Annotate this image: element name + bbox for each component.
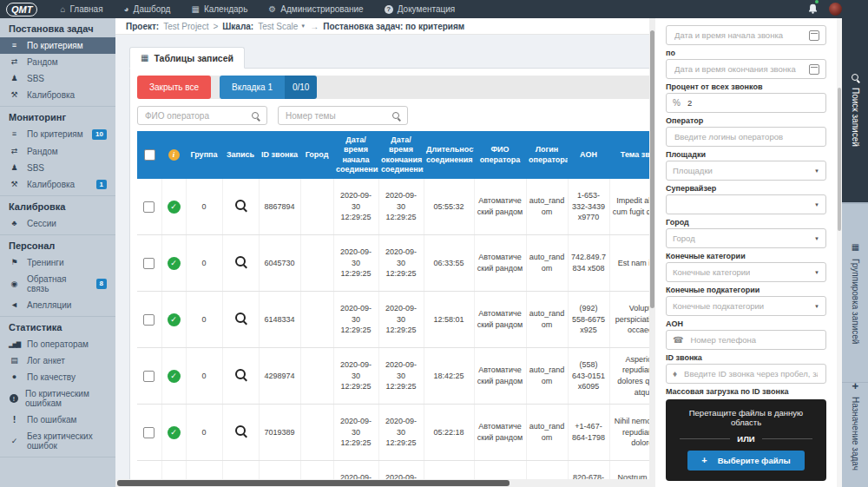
sidebar-item[interactable]: По критическим ошибкам (0, 385, 115, 411)
sidebar-item[interactable]: Без критических ошибок (0, 428, 115, 454)
sidebar-item[interactable]: По операторам (0, 336, 115, 352)
navbar-item-label: Администрирование (280, 4, 363, 14)
sidebar-item[interactable]: Лог анкет (0, 352, 115, 369)
record-cell (222, 405, 259, 461)
table-row: ✓ 0 8867894 2020-09-30 12:29:25 2020-09-… (137, 179, 649, 235)
navbar-item[interactable]: Администрирование (258, 0, 373, 18)
tab-assign-tasks[interactable]: + Назначение задач (842, 383, 868, 470)
operator-logins-input[interactable] (673, 131, 819, 142)
date-from-input[interactable] (673, 30, 804, 41)
avatar[interactable] (829, 3, 842, 16)
topic-search-input[interactable] (278, 106, 408, 125)
date-to-input[interactable] (673, 63, 804, 75)
navbar-item[interactable]: Документация (374, 0, 466, 18)
sites-select[interactable]: Площадки ▼ (666, 161, 826, 181)
supervisor-label: Супервайзер (666, 184, 826, 193)
tab-search-records[interactable]: Поиск записей (842, 18, 868, 202)
calendar-icon[interactable] (809, 30, 819, 41)
sidebar-item[interactable]: По качеству (0, 369, 115, 385)
row-select-cell (137, 179, 161, 235)
sidebar-item-icon (9, 181, 20, 188)
sidebar-item[interactable]: Апелляции (0, 297, 115, 313)
start-datetime-cell: 2020-09-30 12:29:25 (333, 348, 378, 405)
horizontal-scrollbar-thumb[interactable] (117, 480, 510, 486)
chevron-down-icon: ▼ (814, 168, 819, 174)
open-record-icon[interactable] (235, 256, 246, 267)
call-id-cell: 4298974 (259, 348, 300, 405)
final-categories-select[interactable]: Конечные категории ▼ (666, 262, 826, 282)
navbar-item[interactable]: Календарь (181, 0, 258, 18)
final-categories-label: Конечные категории (666, 252, 826, 260)
sidebar-item[interactable]: SBS (0, 70, 115, 87)
row-checkbox[interactable] (143, 371, 155, 382)
tab-record-tables[interactable]: ▦ Таблицы записей (129, 47, 245, 69)
open-record-icon[interactable] (235, 313, 246, 323)
sidebar-item[interactable]: По критериям (0, 37, 115, 54)
select-all-checkbox[interactable] (144, 149, 155, 161)
info-icon: i (168, 149, 180, 161)
aon-cell: +1-467-864-1798 (568, 405, 609, 461)
sidebar-item[interactable]: По критериям 10 (0, 126, 115, 143)
sidebar-item[interactable]: Калибровка (0, 87, 115, 103)
topic-search (278, 106, 408, 125)
duration-cell: 05:55:32 (424, 179, 474, 235)
select-all-header (137, 131, 161, 179)
qmt-logo[interactable]: QMT (6, 3, 37, 16)
file-dropzone[interactable]: Перетащите файлы в данную область ИЛИ + … (666, 399, 826, 481)
percent-input[interactable] (686, 97, 819, 109)
sidebar-item-icon (9, 130, 20, 138)
breadcrumb-scale-dropdown[interactable]: Test Scale ▼ (258, 22, 306, 31)
date-from-field (666, 25, 826, 45)
sidebar-item[interactable]: Калибровка 1 (0, 176, 115, 194)
city-select[interactable]: Город ▼ (666, 228, 826, 248)
sidebar-item[interactable]: Тренинги (0, 254, 115, 271)
row-checkbox[interactable] (143, 258, 155, 269)
operator-search-input[interactable] (137, 106, 267, 125)
horizontal-scrollbar (115, 479, 649, 487)
chevron-down-icon: ▼ (814, 236, 819, 241)
navbar-item[interactable]: Главная (49, 0, 113, 18)
close-all-button[interactable]: Закрыть все (137, 76, 211, 99)
column-header: Тема звонка (609, 131, 649, 179)
open-record-icon[interactable] (235, 425, 246, 436)
dropzone-text: Перетащите файлы в данную область (674, 408, 818, 427)
navbar-item[interactable]: Дашборд (114, 0, 181, 18)
panel-vertical-scrollbar-thumb[interactable] (838, 88, 841, 231)
row-checkbox[interactable] (143, 201, 155, 213)
search-icon (392, 112, 399, 119)
row-checkbox[interactable] (143, 314, 155, 326)
sidebar-item[interactable]: SBS (0, 160, 115, 176)
main-content: ▦ Таблицы записей Закрыть все Вкладка 1 … (115, 35, 649, 487)
search-icon (252, 112, 259, 119)
sidebar-item[interactable]: Обратная связь 8 (0, 271, 115, 297)
tab1-button[interactable]: Вкладка 1 (220, 76, 285, 99)
row-checkbox[interactable] (143, 427, 155, 438)
tab-grouping-records[interactable]: ▦ Группировка записей (842, 202, 868, 383)
open-record-icon[interactable] (235, 200, 246, 210)
record-cell (222, 235, 259, 292)
sidebar-item[interactable]: Сессии (0, 215, 115, 232)
chevron-down-icon: ▼ (300, 23, 306, 29)
sidebar-section-items: По операторам Лог анкет По качеству (0, 336, 115, 454)
open-record-icon[interactable] (235, 369, 246, 379)
column-header: Дата/время окончания соединения (378, 131, 424, 179)
sidebar-item[interactable]: Рандом (0, 143, 115, 160)
supervisor-select[interactable]: ▼ (666, 194, 826, 214)
sidebar-item[interactable]: По ошибкам (0, 411, 115, 428)
quick-search-row (137, 106, 649, 125)
aon-input[interactable] (688, 334, 819, 346)
group-cell: 0 (186, 179, 222, 235)
main-vertical-scrollbar-thumb[interactable] (650, 30, 654, 308)
final-subcategories-select[interactable]: Конечные подкатегории ▼ (666, 296, 826, 316)
sidebar-item-icon (9, 75, 20, 82)
column-header: Город (300, 131, 333, 179)
call-id-input[interactable] (682, 368, 819, 379)
call-id-cell: 6045730 (259, 235, 300, 292)
tab-counter-badge: 0/10 (285, 76, 317, 99)
bell-icon[interactable] (808, 2, 818, 17)
choose-files-button[interactable]: + Выберите файлы (687, 451, 804, 471)
sidebar-item-icon (9, 301, 20, 309)
calendar-icon[interactable] (809, 64, 819, 75)
sidebar-item[interactable]: Рандом (0, 54, 115, 70)
city-cell (300, 405, 333, 461)
